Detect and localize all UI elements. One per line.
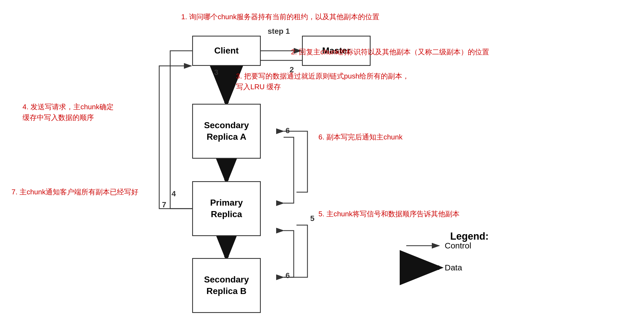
step3-label: 3 (214, 68, 219, 77)
legend-control-label: Control (445, 241, 471, 250)
diagram-container: Client Master SecondaryReplica A Primary… (0, 0, 644, 336)
primary-replica-box: PrimaryReplica (192, 181, 261, 236)
annotation-step7: 7. 主chunk通知客户端所有副本已经写好 (12, 187, 138, 197)
step5-label: 5 (310, 214, 315, 223)
annotation-step1: 1. 询问哪个chunk服务器持有当前的租约，以及其他副本的位置 (181, 12, 379, 22)
secondary-b-box: SecondaryReplica B (192, 258, 261, 313)
step1-label: step 1 (268, 27, 290, 36)
step4-label: 4 (172, 189, 176, 198)
secondary-a-box: SecondaryReplica A (192, 104, 261, 159)
client-box: Client (192, 36, 261, 66)
annotation-step4: 4. 发送写请求，主chunk确定缓存中写入数据的顺序 (23, 102, 114, 123)
annotation-step3: 3. 把要写的数据通过就近原则链式push给所有的副本，写入LRU 缓存 (236, 71, 409, 92)
legend-data-label: Data (445, 263, 462, 272)
annotation-step2: 2. 回复主chunk的标识符以及其他副本（又称二级副本）的位置 (291, 47, 489, 57)
annotation-step6: 6. 副本写完后通知主chunk (318, 132, 402, 142)
step6-bot-label: 6 (285, 271, 290, 280)
legend-title: Legend: (450, 231, 489, 242)
step7-label: 7 (162, 200, 166, 209)
step6-top-label: 6 (285, 126, 290, 135)
annotation-step5: 5. 主chunk将写信号和数据顺序告诉其他副本 (318, 209, 460, 219)
